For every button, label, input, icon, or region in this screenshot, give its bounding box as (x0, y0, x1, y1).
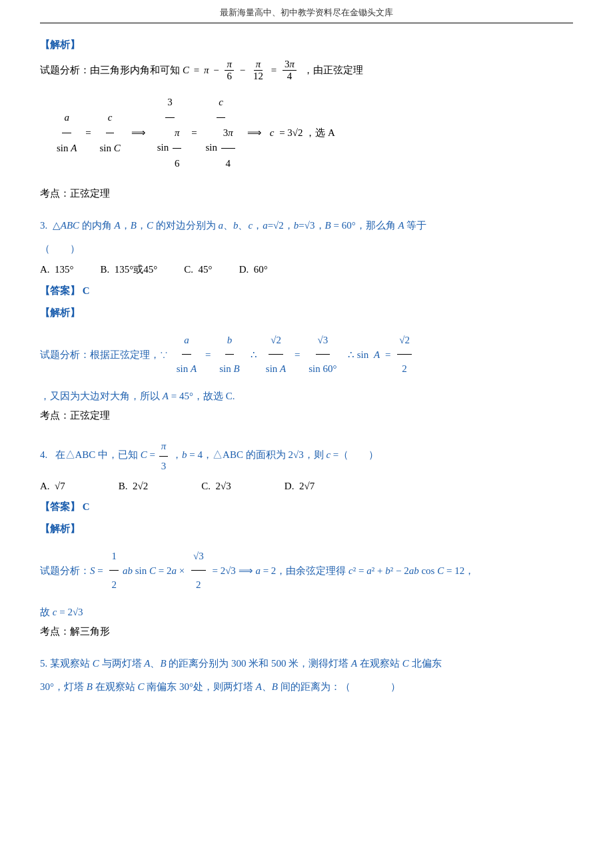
q3-body: △ABC 的内角 A，B，C 的对边分别为 a、b、c，a=√2，b=√3，B … (53, 220, 427, 231)
q3-paren: （ ） (40, 239, 573, 259)
q4-option-c: C. 2√3 (201, 481, 231, 492)
header-text: 最新海量高中、初中教学资料尽在金锄头文库 (220, 7, 393, 17)
q5-number: 5. (40, 658, 50, 669)
analysis-label-4: 【解析】 (40, 519, 573, 539)
keypoint-4: 考点：解三角形 (40, 622, 573, 641)
keypoint-3: 考点：正弦定理 (40, 406, 573, 425)
page-header: 最新海量高中、初中教学资料尽在金锄头文库 (40, 0, 573, 23)
analysis-text-1: 试题分析：由三角形内角和可知 (40, 64, 180, 77)
q4-conclusion: 故 c = 2√3 (40, 603, 573, 622)
q5-body1: 某观察站 C 与两灯塔 A、B 的距离分别为 300 米和 500 米，测得灯塔… (50, 658, 442, 669)
sine-formula-block: a sin A = c sin C ⟹ 3 sin π6 = c sin 3π4… (53, 87, 573, 179)
q4-body: 在△ABC 中，已知 C = (55, 449, 158, 460)
q3-analysis-text2: ，又因为大边对大角，所以 A = 45°，故选 C. (40, 387, 573, 406)
c-formula: C = π − π 6 − π 12 = 3π 4 (183, 59, 298, 82)
q4-option-d: D. 2√7 (285, 481, 314, 492)
analysis-label-1: 【解析】 (40, 35, 573, 55)
q5-body2: 30°，灯塔 B 在观察站 C 南偏东 30°处，则两灯塔 A、B 间的距离为：… (40, 681, 400, 692)
answer-value-3: C (83, 285, 90, 296)
q4-option-a: A. √7 (40, 481, 65, 492)
q4-answer-line: 【答案】 C (40, 497, 573, 517)
q4-result: = 2√3 ⟹ a = 2，由余弦定理得 c² = a² + b² − 2ab … (210, 557, 474, 585)
question-5-text-2: 30°，灯塔 B 在观察站 C 南偏东 30°处，则两灯塔 A、B 间的距离为：… (40, 677, 573, 697)
q4-analysis-block: 试题分析：S = 1 2 ab sin C = 2a × √3 2 = 2√3 … (40, 542, 573, 622)
section-1-analysis: 【解析】 试题分析：由三角形内角和可知 C = π − π 6 − π 12 =… (40, 35, 573, 203)
q4-option-b: B. 2√2 (119, 481, 149, 492)
q4-analysis-formula: 试题分析：S = 1 2 ab sin C = 2a × √3 2 = 2√3 … (40, 542, 573, 599)
question-5-text-1: 5. 某观察站 C 与两灯塔 A、B 的距离分别为 300 米和 500 米，测… (40, 654, 573, 673)
q4-ab: ab sin C = 2a × (123, 557, 187, 585)
keypoint-1: 考点：正弦定理 (40, 184, 573, 203)
analysis-line-1: 试题分析：由三角形内角和可知 C = π − π 6 − π 12 = 3π 4… (40, 59, 573, 82)
q3-number: 3. (40, 220, 50, 231)
q3-options: A. 135° B. 135°或45° C. 45° D. 60° (40, 263, 573, 276)
section-question-5: 5. 某观察站 C 与两灯塔 A、B 的距离分别为 300 米和 500 米，测… (40, 654, 573, 696)
q4-body2: ，b = 4，△ABC 的面积为 2√3，则 c =（ ） (172, 449, 378, 460)
q3-option-d: D. 60° (239, 264, 268, 275)
q4-number: 4. (40, 449, 53, 460)
question-4-text: 4. 在△ABC 中，已知 C = π 3 ，b = 4，△ABC 的面积为 2… (40, 437, 573, 475)
by-sine-text: ，由正弦定理 (301, 64, 363, 77)
answer-label-3: 【答案】 (40, 285, 80, 296)
question-3-text: 3. △ABC 的内角 A，B，C 的对边分别为 a、b、c，a=√2，b=√3… (40, 216, 573, 235)
q3-analysis-text-intro: 试题分析：根据正弦定理，∵ (40, 341, 171, 369)
q4-options: A. √7 B. 2√2 C. 2√3 D. 2√7 (40, 481, 573, 492)
answer-label-4: 【答案】 (40, 501, 80, 512)
answer-value-4: C (83, 501, 90, 512)
q3-option-c: C. 45° (184, 264, 212, 275)
section-question-3: 3. △ABC 的内角 A，B，C 的对边分别为 a、b、c，a=√2，b=√3… (40, 216, 573, 425)
q3-option-a: A. 135° (40, 264, 74, 275)
q4-analysis-s: 试题分析：S = (40, 557, 105, 585)
section-question-4: 4. 在△ABC 中，已知 C = π 3 ，b = 4，△ABC 的面积为 2… (40, 437, 573, 641)
q3-option-b: B. 135°或45° (101, 263, 158, 276)
q3-analysis-formula-line: 试题分析：根据正弦定理，∵ a sin A = b sin B ∴ √2 sin… (40, 326, 573, 383)
q3-answer-line: 【答案】 C (40, 281, 573, 301)
analysis-label-3: 【解析】 (40, 303, 573, 323)
q3-analysis-block: 试题分析：根据正弦定理，∵ a sin A = b sin B ∴ √2 sin… (40, 326, 573, 406)
